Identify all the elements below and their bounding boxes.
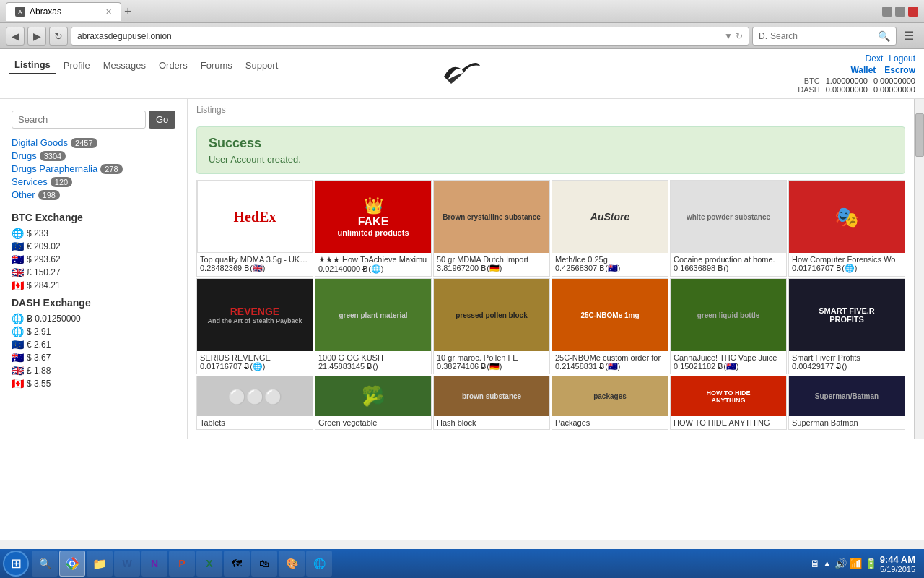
reload-button[interactable]: ↻ bbox=[49, 27, 68, 46]
product-image: 👑 FAKE unlimited products bbox=[315, 181, 431, 253]
category-drugs[interactable]: Drugs3304 bbox=[12, 150, 66, 161]
new-tab-button[interactable]: + bbox=[124, 5, 132, 18]
search-input[interactable] bbox=[12, 111, 146, 129]
product-info: Green vegetable bbox=[315, 416, 431, 429]
product-image: AuStore bbox=[552, 181, 668, 253]
product-card[interactable]: 🎭 How Computer Forensics Wo 0.01716707 Ƀ… bbox=[788, 180, 905, 277]
minimize-button[interactable] bbox=[882, 7, 892, 17]
back-button[interactable]: ◀ bbox=[6, 27, 25, 46]
nav-messages[interactable]: Messages bbox=[97, 57, 152, 74]
product-card[interactable]: HedEx Top quality MDMA 3.5g - UK Ve 0.28… bbox=[196, 180, 313, 277]
exchange-value: $ 2.91 bbox=[27, 327, 51, 337]
product-info: How Computer Forensics Wo 0.01716707 Ƀ(🌐… bbox=[789, 253, 905, 275]
product-price: 0.38274106 Ƀ(🇩🇪) bbox=[437, 362, 546, 371]
product-grid: HedEx Top quality MDMA 3.5g - UK Ve 0.28… bbox=[196, 180, 905, 430]
product-title: Green vegetable bbox=[318, 418, 428, 427]
success-message: User Account created. bbox=[209, 154, 893, 165]
browser-menu-button[interactable]: ☰ bbox=[899, 27, 918, 46]
escrow-label[interactable]: Escrow bbox=[884, 65, 915, 75]
product-card[interactable]: ⚪⚪⚪ Tablets bbox=[196, 376, 313, 430]
nav-support[interactable]: Support bbox=[240, 57, 284, 74]
product-image: packages bbox=[552, 376, 668, 416]
product-card[interactable]: Superman/Batman Superman Batman bbox=[788, 376, 905, 430]
category-badge: 3304 bbox=[40, 151, 66, 161]
crypto-rows: BTC 1.00000000 0.00000000 DASH 0.0000000… bbox=[798, 77, 915, 94]
header-top-links: Dext Logout bbox=[798, 53, 915, 64]
exchange-value: $ 3.55 bbox=[27, 379, 51, 389]
product-card[interactable]: HOW TO HIDEANYTHING HOW TO HIDE ANYTHING bbox=[670, 376, 787, 430]
browser-search-input[interactable] bbox=[770, 31, 875, 41]
product-price: 0.42568307 Ƀ(🇦🇺) bbox=[555, 264, 665, 273]
product-card[interactable]: packages Packages bbox=[552, 376, 668, 430]
logo-bird bbox=[440, 55, 484, 91]
main-nav: Listings Profile Messages Orders Forums … bbox=[9, 53, 284, 74]
nav-forums[interactable]: Forums bbox=[195, 57, 238, 74]
exchange-value: € 2.61 bbox=[27, 340, 51, 350]
product-image: REVENGE And the Art of Stealth Payback bbox=[197, 279, 313, 351]
browser-search-box[interactable]: D. 🔍 bbox=[752, 27, 897, 46]
product-title: CannaJuice! THC Vape Juice bbox=[674, 353, 783, 362]
category-services[interactable]: Services120 bbox=[12, 176, 72, 187]
product-card[interactable]: 25C-NBOMe 1mg 25C-NBOMe custom order for… bbox=[552, 278, 668, 374]
product-card[interactable]: brown substance Hash block bbox=[433, 376, 550, 430]
category-other[interactable]: Other198 bbox=[12, 189, 60, 200]
go-button[interactable]: Go bbox=[149, 111, 175, 129]
address-bar[interactable]: abraxasdegupusel.onion ▼ ↻ bbox=[71, 27, 749, 46]
product-card[interactable]: AuStore Meth/Ice 0.25g 0.42568307 Ƀ(🇦🇺) bbox=[552, 180, 668, 277]
browser-titlebar: A Abraxas ✕ + bbox=[0, 0, 924, 23]
product-card[interactable]: Brown crystalline substance 50 gr MDMA D… bbox=[433, 180, 550, 277]
product-card[interactable]: pressed pollen block 10 gr maroc. Pollen… bbox=[433, 278, 550, 374]
exchange-row: 🇬🇧 £ 150.27 bbox=[12, 267, 175, 278]
list-item: Digital Goods2457 bbox=[12, 137, 175, 148]
product-title: SERIUS REVENGE bbox=[200, 353, 310, 362]
forward-button[interactable]: ▶ bbox=[27, 27, 46, 46]
product-card[interactable]: 🥦 Green vegetable bbox=[315, 376, 432, 430]
nav-listings[interactable]: Listings bbox=[9, 56, 56, 74]
product-card[interactable]: SMART FIVE.R PROFITS Smart Fiverr Profit… bbox=[788, 278, 905, 374]
product-title: 10 gr maroc. Pollen FE bbox=[437, 353, 546, 362]
scrollbar-thumb[interactable] bbox=[915, 113, 924, 157]
product-title: Hash block bbox=[437, 418, 546, 427]
product-card[interactable]: green plant material 1000 G OG KUSH 21.4… bbox=[315, 278, 432, 374]
logout-link[interactable]: Logout bbox=[889, 53, 915, 64]
list-item: Drugs Paraphernalia278 bbox=[12, 163, 175, 174]
product-price: 0.16636898 Ƀ() bbox=[674, 264, 783, 273]
tab-close-button[interactable]: ✕ bbox=[105, 7, 112, 17]
product-card[interactable]: REVENGE And the Art of Stealth Payback S… bbox=[196, 278, 313, 374]
product-info: CannaJuice! THC Vape Juice 0.15021182 Ƀ(… bbox=[671, 351, 786, 374]
category-digital-goods[interactable]: Digital Goods2457 bbox=[12, 137, 97, 148]
product-card[interactable]: white powder substance Cocaine productio… bbox=[670, 180, 787, 277]
nav-profile[interactable]: Profile bbox=[58, 57, 96, 74]
maximize-button[interactable] bbox=[895, 7, 905, 17]
dext-link[interactable]: Dext bbox=[866, 53, 884, 64]
product-title: Packages bbox=[555, 418, 665, 427]
product-price: 0.28482369 Ƀ(🇬🇧) bbox=[200, 264, 310, 273]
product-card[interactable]: 👑 FAKE unlimited products ★★★ How ToAchi… bbox=[315, 180, 432, 277]
product-card[interactable]: green liquid bottle CannaJuice! THC Vape… bbox=[670, 278, 787, 374]
product-image: pressed pollen block bbox=[434, 279, 549, 351]
browser-tab[interactable]: A Abraxas ✕ bbox=[6, 2, 121, 21]
product-image: HOW TO HIDEANYTHING bbox=[671, 376, 786, 416]
product-title: 1000 G OG KUSH bbox=[318, 353, 428, 362]
product-image: white powder substance bbox=[671, 181, 786, 253]
product-image: 🥦 bbox=[315, 376, 431, 416]
wallet-label[interactable]: Wallet bbox=[850, 65, 876, 75]
exchange-row: 🇬🇧 £ 1.88 bbox=[12, 365, 175, 376]
flag-icon: 🇨🇦 bbox=[12, 378, 24, 389]
exchange-row: 🇨🇦 $ 284.21 bbox=[12, 280, 175, 291]
tab-favicon: A bbox=[15, 7, 25, 17]
browser-controls: ◀ ▶ ↻ abraxasdegupusel.onion ▼ ↻ D. 🔍 ☰ bbox=[0, 23, 924, 49]
product-title: Smart Fiverr Profits bbox=[792, 353, 902, 362]
exchange-value: £ 150.27 bbox=[27, 267, 61, 277]
wallet-row: Wallet Escrow bbox=[798, 65, 915, 75]
nav-orders[interactable]: Orders bbox=[153, 57, 193, 74]
product-info: 25C-NBOMe custom order for 0.21458831 Ƀ(… bbox=[552, 351, 668, 374]
product-title: Superman Batman bbox=[792, 418, 902, 427]
flag-icon: 🌐 bbox=[12, 326, 24, 337]
exchange-row: 🌐 $ 2.91 bbox=[12, 326, 175, 337]
list-item: Other198 bbox=[12, 189, 175, 200]
category-badge: 2457 bbox=[71, 138, 97, 148]
scrollbar[interactable] bbox=[914, 99, 924, 439]
category-drugs-paraphernalia[interactable]: Drugs Paraphernalia278 bbox=[12, 163, 123, 174]
close-button[interactable] bbox=[908, 7, 918, 17]
